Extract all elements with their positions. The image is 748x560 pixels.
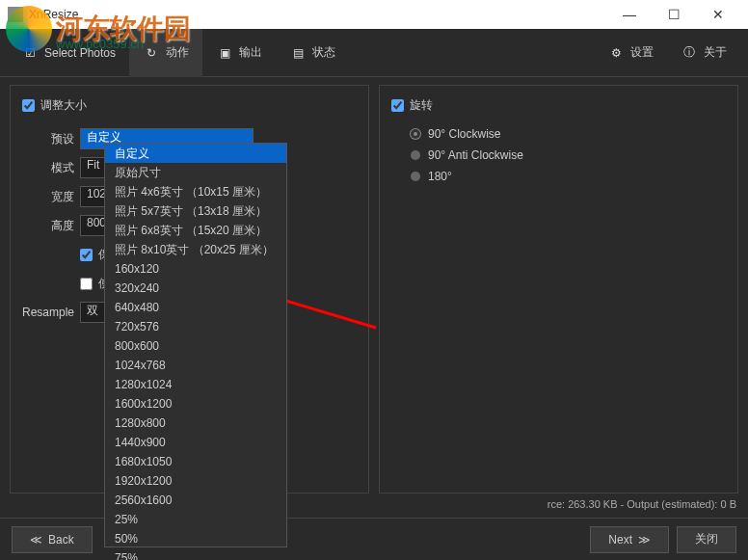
preset-option[interactable]: 照片 8x10英寸 （20x25 厘米） (105, 240, 286, 259)
next-label: Next (608, 533, 632, 547)
preset-option[interactable]: 50% (105, 529, 286, 548)
rotate-title: 旋转 (410, 97, 433, 114)
preset-option[interactable]: 320x240 (105, 279, 286, 298)
preset-option[interactable]: 自定义 (105, 144, 286, 163)
mode-label: 模式 (22, 160, 80, 176)
preset-option[interactable]: 原始尺寸 (105, 163, 286, 182)
tab-label: 输出 (239, 44, 262, 61)
tab-action[interactable]: ↻ 动作 (129, 29, 202, 77)
preset-option[interactable]: 800x600 (105, 336, 286, 356)
preset-option[interactable]: 1440x900 (105, 433, 286, 452)
window-title: XnResize (29, 8, 607, 21)
close-window-button[interactable]: ✕ (696, 0, 740, 29)
rotate-180-label: 180° (428, 170, 452, 183)
preset-option[interactable]: 640x480 (105, 298, 286, 317)
resample-label: Resample (22, 306, 80, 319)
preset-option[interactable]: 照片 4x6英寸 （10x15 厘米） (105, 182, 286, 201)
main-tabs: ☑ Select Photos ↻ 动作 ▣ 输出 ▤ 状态 ⚙ 设置 ⓘ 关于 (0, 29, 748, 77)
use-gamma-checkbox[interactable] (80, 278, 93, 290)
refresh-icon: ↻ (143, 44, 160, 62)
radio-icon (411, 172, 420, 181)
minimize-button[interactable]: — (607, 0, 652, 29)
close-label: 关闭 (695, 531, 718, 547)
radio-icon (411, 150, 420, 160)
preset-dropdown[interactable]: 自定义原始尺寸照片 4x6英寸 （10x15 厘米）照片 5x7英寸 （13x1… (104, 143, 287, 547)
maximize-button[interactable]: ☐ (652, 0, 696, 29)
rotate-enable-checkbox[interactable] (391, 99, 404, 112)
keep-ratio-checkbox[interactable] (80, 249, 93, 261)
app-icon (8, 7, 23, 22)
preset-option[interactable]: 1920x1200 (105, 471, 286, 491)
preset-option[interactable]: 25% (105, 510, 286, 529)
radio-icon (411, 129, 420, 139)
rotate-cw-radio[interactable]: 90° Clockwise (391, 127, 726, 141)
tab-about[interactable]: ⓘ 关于 (667, 29, 740, 77)
preset-option[interactable]: 2560x1600 (105, 491, 286, 510)
preset-option[interactable]: 160x120 (105, 259, 286, 279)
preset-option[interactable]: 720x576 (105, 317, 286, 336)
width-label: 宽度 (22, 189, 80, 205)
back-button[interactable]: ≪ Back (12, 526, 93, 553)
back-label: Back (48, 533, 74, 547)
rotate-ccw-label: 90° Anti Clockwise (428, 148, 523, 162)
tab-status[interactable]: ▤ 状态 (276, 29, 349, 77)
height-label: 高度 (22, 218, 80, 234)
preset-option[interactable]: 1600x1200 (105, 394, 286, 413)
preset-label: 预设 (22, 131, 80, 147)
tab-output[interactable]: ▣ 输出 (202, 29, 276, 77)
close-button[interactable]: 关闭 (677, 526, 736, 553)
rotate-180-radio[interactable]: 180° (391, 170, 726, 183)
info-icon: ⓘ (681, 44, 698, 62)
resize-title: 调整大小 (40, 97, 87, 114)
tab-label: 状态 (312, 44, 335, 61)
rotate-ccw-radio[interactable]: 90° Anti Clockwise (391, 148, 726, 162)
tab-label: 设置 (630, 44, 654, 61)
preset-option[interactable]: 1280x1024 (105, 375, 286, 394)
export-icon: ▣ (216, 44, 233, 62)
tab-settings[interactable]: ⚙ 设置 (594, 29, 667, 77)
rotate-cw-label: 90° Clockwise (428, 127, 501, 141)
clipboard-icon: ▤ (289, 44, 307, 62)
preset-option[interactable]: 照片 6x8英寸 （15x20 厘米） (105, 221, 286, 240)
rotate-panel: 旋转 90° Clockwise 90° Anti Clockwise 180° (379, 85, 738, 493)
checkbox-icon: ☑ (21, 44, 39, 62)
tab-label: 动作 (166, 44, 189, 61)
tab-label: 关于 (704, 44, 727, 61)
resize-enable-checkbox[interactable] (22, 99, 35, 112)
tab-label: Select Photos (44, 46, 116, 60)
next-button[interactable]: Next ≫ (590, 526, 669, 553)
chevron-right-icon: ≫ (638, 533, 651, 547)
chevron-left-icon: ≪ (30, 533, 42, 547)
preset-option[interactable]: 1024x768 (105, 356, 286, 375)
preset-option[interactable]: 1680x1050 (105, 452, 286, 471)
preset-option[interactable]: 75% (105, 548, 286, 560)
preset-option[interactable]: 1280x800 (105, 413, 286, 433)
gear-icon: ⚙ (607, 44, 625, 62)
preset-option[interactable]: 照片 5x7英寸 （13x18 厘米） (105, 201, 286, 221)
tab-select-photos[interactable]: ☑ Select Photos (8, 29, 129, 77)
